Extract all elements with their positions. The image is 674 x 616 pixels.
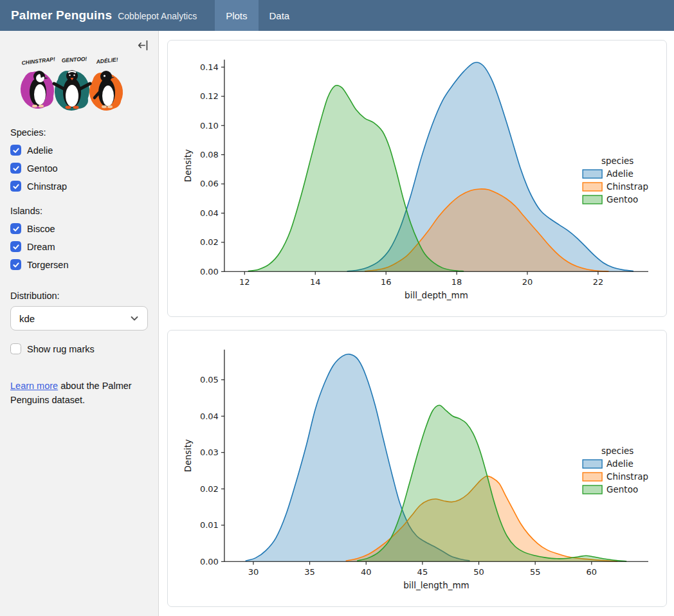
checkbox-label: Show rug marks <box>27 344 95 354</box>
svg-text:12: 12 <box>239 277 250 287</box>
checkbox-torgersen[interactable] <box>10 259 21 270</box>
svg-text:40: 40 <box>361 567 372 577</box>
checkbox-gentoo[interactable] <box>10 163 21 174</box>
checkbox-label: Dream <box>27 242 55 252</box>
checkbox-label: Torgersen <box>27 260 68 270</box>
distribution-select[interactable]: kde <box>10 306 148 331</box>
svg-text:Gentoo: Gentoo <box>606 194 638 204</box>
svg-text:30: 30 <box>248 567 259 577</box>
checkbox-adelie[interactable] <box>10 145 21 156</box>
svg-text:14: 14 <box>310 277 321 287</box>
check-icon <box>12 261 20 269</box>
plot-card-bill-length: 303540455055600.000.010.020.030.040.05bi… <box>167 330 667 607</box>
svg-text:45: 45 <box>417 567 428 577</box>
tab-plots[interactable]: Plots <box>215 0 258 31</box>
chevron-down-icon <box>130 314 139 323</box>
svg-text:60: 60 <box>587 567 597 577</box>
svg-text:0.12: 0.12 <box>200 91 219 101</box>
bill-length-density-plot: 303540455055600.000.010.020.030.040.05bi… <box>172 332 662 604</box>
svg-text:species: species <box>601 156 633 166</box>
density-chart-svg: 303540455055600.000.010.020.030.040.05bi… <box>172 332 662 604</box>
check-icon <box>12 165 20 172</box>
app-brand: Palmer Penguins Cobblepot Analytics <box>0 8 197 23</box>
artwork-label-adelie: ADÉLIE! <box>95 56 118 65</box>
species-group-label: Species: <box>10 127 148 138</box>
learn-more-link[interactable]: Learn more <box>10 381 58 391</box>
artwork-label-gentoo: GENTOO! <box>61 55 87 64</box>
checkbox-row-gentoo[interactable]: Gentoo <box>10 163 148 174</box>
distribution-selected-value: kde <box>19 313 35 324</box>
svg-text:35: 35 <box>304 567 315 577</box>
svg-text:0.03: 0.03 <box>200 448 219 457</box>
islands-group-label: Islands: <box>10 206 148 216</box>
svg-text:bill_length_mm: bill_length_mm <box>403 580 469 590</box>
svg-text:0.02: 0.02 <box>200 237 219 247</box>
svg-text:0.05: 0.05 <box>200 375 219 385</box>
svg-text:50: 50 <box>473 567 484 577</box>
svg-text:0.04: 0.04 <box>200 208 219 218</box>
svg-text:0.08: 0.08 <box>200 150 219 159</box>
svg-text:0.01: 0.01 <box>200 520 219 530</box>
svg-text:16: 16 <box>381 277 392 287</box>
svg-text:0.10: 0.10 <box>200 121 219 131</box>
sidebar: CHINSTRAP! GENTOO! ADÉLIE! <box>0 31 159 616</box>
check-icon <box>12 183 20 190</box>
checkbox-chinstrap[interactable] <box>10 181 21 192</box>
dataset-info-text: Learn more about the Palmer Penguins dat… <box>10 379 142 408</box>
svg-text:0.02: 0.02 <box>200 484 219 494</box>
app-title: Palmer Penguins <box>11 8 112 23</box>
svg-text:Chinstrap: Chinstrap <box>606 471 648 482</box>
checkbox-row-dream[interactable]: Dream <box>10 241 148 252</box>
checkbox-label: Adelie <box>27 145 53 156</box>
svg-text:0.06: 0.06 <box>200 179 219 188</box>
collapse-left-icon <box>138 40 149 51</box>
svg-text:55: 55 <box>530 567 541 577</box>
svg-text:Gentoo: Gentoo <box>606 484 638 494</box>
check-icon <box>12 243 20 251</box>
bill-depth-density-plot: 1214161820220.000.020.040.060.080.100.12… <box>172 42 662 314</box>
nav-tabs: Plots Data <box>215 0 300 31</box>
svg-text:Density: Density <box>183 439 193 472</box>
svg-text:0.14: 0.14 <box>200 62 219 72</box>
checkbox-rug-marks[interactable] <box>10 343 21 354</box>
svg-text:20: 20 <box>522 277 533 287</box>
checkbox-row-torgersen[interactable]: Torgersen <box>10 259 148 270</box>
svg-text:Adelie: Adelie <box>606 458 633 469</box>
svg-text:0.00: 0.00 <box>200 557 219 566</box>
svg-text:Chinstrap: Chinstrap <box>606 181 648 192</box>
distribution-label: Distribution: <box>10 291 148 301</box>
top-navbar: Palmer Penguins Cobblepot Analytics Plot… <box>0 0 674 31</box>
svg-text:Density: Density <box>183 149 193 182</box>
svg-text:22: 22 <box>593 277 604 287</box>
check-icon <box>12 225 20 233</box>
checkbox-label: Biscoe <box>27 224 55 234</box>
svg-text:Adelie: Adelie <box>606 168 633 179</box>
penguin-artwork-image: CHINSTRAP! GENTOO! ADÉLIE! <box>10 55 125 113</box>
checkbox-label: Chinstrap <box>27 181 67 192</box>
svg-text:0.04: 0.04 <box>200 412 219 421</box>
checkbox-dream[interactable] <box>10 241 21 252</box>
check-icon <box>12 147 20 154</box>
main-content: 1214161820220.000.020.040.060.080.100.12… <box>159 31 674 616</box>
app-subtitle: Cobblepot Analytics <box>118 11 197 21</box>
density-chart-svg: 1214161820220.000.020.040.060.080.100.12… <box>172 42 662 314</box>
sidebar-collapse-button[interactable] <box>136 39 150 52</box>
checkbox-row-rug-marks[interactable]: Show rug marks <box>10 343 148 354</box>
checkbox-row-adelie[interactable]: Adelie <box>10 145 148 156</box>
artwork-label-chinstrap: CHINSTRAP! <box>21 56 55 66</box>
checkbox-biscoe[interactable] <box>10 223 21 234</box>
tab-data[interactable]: Data <box>259 0 301 31</box>
plot-card-bill-depth: 1214161820220.000.020.040.060.080.100.12… <box>167 40 667 317</box>
svg-text:species: species <box>601 446 633 456</box>
svg-text:18: 18 <box>451 277 462 287</box>
svg-text:bill_depth_mm: bill_depth_mm <box>405 290 468 300</box>
checkbox-label: Gentoo <box>27 163 58 174</box>
svg-text:0.00: 0.00 <box>200 267 219 276</box>
checkbox-row-biscoe[interactable]: Biscoe <box>10 223 148 234</box>
checkbox-row-chinstrap[interactable]: Chinstrap <box>10 181 148 192</box>
